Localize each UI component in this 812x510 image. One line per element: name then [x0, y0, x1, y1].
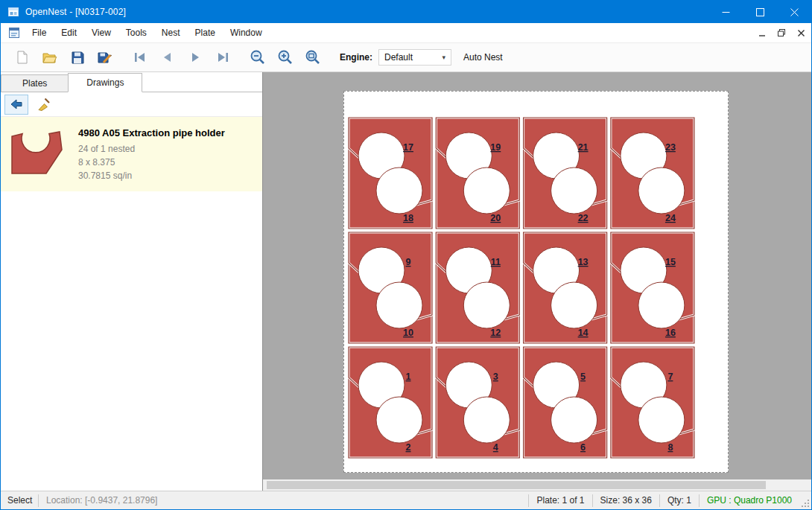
pipe-hole — [638, 282, 685, 328]
toolbar-separator — [236, 48, 244, 67]
drawing-nested-count: 24 of 1 nested — [78, 142, 225, 156]
nest-cell[interactable]: 2324 — [611, 118, 694, 229]
nest-cell[interactable]: 1718 — [349, 118, 432, 229]
nest-canvas[interactable]: 171819202122232491011121314151612345678 — [263, 72, 811, 491]
nest-cell[interactable]: 1112 — [436, 232, 519, 343]
main-toolbar: Engine: Default ▾ Auto Nest — [1, 42, 811, 72]
pipe-hole — [376, 168, 422, 214]
pipe-hole — [463, 168, 510, 214]
part-number: 10 — [403, 328, 413, 338]
part-number: 19 — [490, 142, 501, 153]
maximize-button[interactable] — [743, 1, 777, 23]
horizontal-scrollbar[interactable] — [263, 479, 811, 491]
mdi-restore-icon — [778, 29, 785, 36]
menu-edit[interactable]: Edit — [54, 24, 84, 42]
menu-nest[interactable]: Nest — [154, 24, 188, 42]
save-edit-button[interactable] — [91, 45, 118, 70]
drawing-title: 4980 A05 Extraction pipe holder — [78, 127, 225, 138]
part-number: 12 — [490, 328, 501, 338]
mdi-close-icon — [798, 30, 805, 36]
nest-cell[interactable]: 2122 — [524, 118, 607, 229]
app-icon — [7, 6, 19, 18]
pipe-hole — [463, 397, 510, 443]
zoom-out-button[interactable] — [244, 45, 271, 70]
tab-plates[interactable]: Plates — [1, 74, 69, 92]
status-bar: Select Location: [-0.9437, 21.8796] Plat… — [1, 491, 811, 509]
menu-view[interactable]: View — [84, 24, 118, 42]
sidebar-toolbar — [1, 92, 262, 117]
previous-plate-icon — [160, 50, 175, 65]
part-number: 16 — [665, 328, 676, 338]
plate[interactable]: 171819202122232491011121314151612345678 — [343, 91, 729, 473]
part-number: 1 — [406, 372, 411, 382]
last-plate-button[interactable] — [209, 45, 236, 70]
zoom-out-icon — [250, 49, 266, 66]
status-mode: Select — [1, 495, 38, 506]
pipe-hole — [376, 282, 422, 328]
save-icon — [70, 50, 85, 65]
part-number: 21 — [578, 142, 589, 153]
clean-button[interactable] — [32, 95, 56, 115]
part-shape-icon — [10, 127, 65, 175]
last-plate-icon — [215, 50, 230, 65]
tab-drawings[interactable]: Drawings — [68, 73, 142, 92]
save-button[interactable] — [63, 45, 91, 70]
mdi-minimize-button[interactable] — [755, 26, 769, 39]
part-number: 24 — [665, 213, 676, 223]
scrollbar-thumb[interactable] — [267, 481, 766, 489]
menu-window[interactable]: Window — [223, 24, 270, 42]
sidebar-tabstrip: Plates Drawings — [1, 72, 262, 92]
next-plate-button[interactable] — [181, 45, 209, 70]
menu-plate[interactable]: Plate — [188, 24, 223, 42]
new-button[interactable] — [8, 45, 36, 70]
part-number: 15 — [665, 257, 676, 267]
part-number: 5 — [580, 372, 586, 382]
part-thumbnail — [8, 126, 66, 176]
replace-drawing-button[interactable] — [4, 95, 28, 115]
drawing-list-item[interactable]: 4980 A05 Extraction pipe holder 24 of 1 … — [1, 117, 262, 191]
first-plate-button[interactable] — [126, 45, 153, 70]
open-folder-icon — [42, 50, 57, 65]
title-bar[interactable]: OpenNest - [N0317-002] — [1, 1, 811, 23]
resize-grip[interactable] — [799, 491, 811, 509]
status-qty: Qty: 1 — [660, 495, 699, 506]
window-title: OpenNest - [N0317-002] — [25, 7, 126, 17]
status-plate: Plate: 1 of 1 — [529, 495, 591, 506]
replace-drawing-icon — [9, 97, 24, 112]
chevron-down-icon: ▾ — [442, 54, 445, 61]
zoom-in-icon — [277, 49, 294, 66]
minimize-button[interactable] — [708, 1, 743, 23]
pipe-hole — [551, 282, 597, 328]
zoom-in-button[interactable] — [271, 45, 299, 70]
part-number: 14 — [578, 328, 589, 338]
nest-cell[interactable]: 56 — [524, 347, 607, 458]
app-window: OpenNest - [N0317-002] File Edit View To… — [0, 0, 812, 510]
pipe-hole — [376, 397, 422, 443]
part-number: 6 — [580, 442, 586, 453]
status-location: Location: [-0.9437, 21.8796] — [39, 495, 165, 506]
auto-nest-button[interactable]: Auto Nest — [463, 52, 503, 63]
mdi-minimize-icon — [759, 30, 766, 36]
open-button[interactable] — [36, 45, 63, 70]
close-button[interactable] — [777, 1, 811, 23]
zoom-fit-button[interactable] — [299, 45, 326, 70]
nest-cell[interactable]: 910 — [349, 232, 432, 343]
pipe-hole — [638, 397, 685, 443]
part-number: 8 — [667, 442, 673, 453]
nest-cell[interactable]: 1516 — [611, 232, 694, 343]
mdi-restore-button[interactable] — [775, 26, 788, 39]
nest-cell[interactable]: 1314 — [524, 232, 607, 343]
part-number: 13 — [578, 257, 589, 267]
menu-file[interactable]: File — [25, 24, 54, 42]
engine-select[interactable]: Default ▾ — [378, 49, 451, 66]
pipe-hole — [551, 397, 597, 443]
zoom-fit-icon — [305, 49, 321, 66]
nest-svg: 171819202122232491011121314151612345678 — [344, 92, 728, 472]
nest-cell[interactable]: 1920 — [436, 118, 519, 229]
mdi-close-button[interactable] — [794, 26, 808, 39]
nest-cell[interactable]: 78 — [611, 347, 694, 458]
menu-tools[interactable]: Tools — [118, 24, 154, 42]
previous-plate-button[interactable] — [153, 45, 181, 70]
nest-cell[interactable]: 34 — [436, 347, 519, 458]
nest-cell[interactable]: 12 — [349, 347, 432, 458]
